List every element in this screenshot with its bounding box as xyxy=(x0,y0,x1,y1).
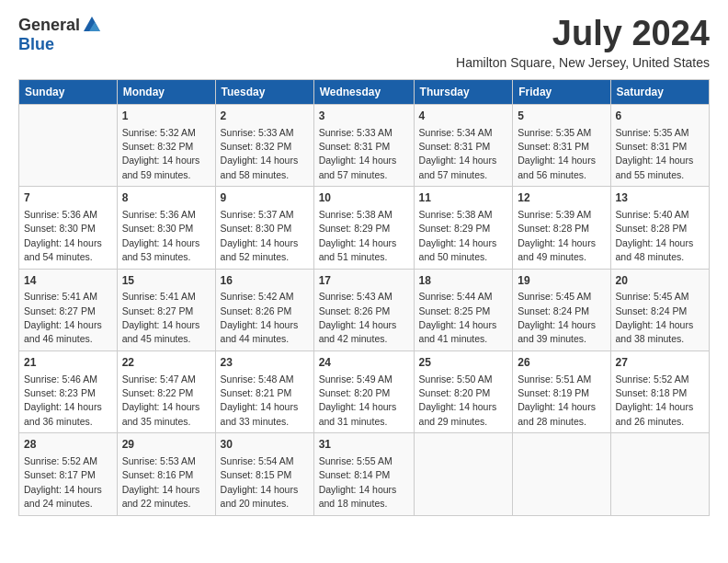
day-number: 27 xyxy=(616,355,704,371)
day-header-saturday: Saturday xyxy=(610,79,709,104)
calendar-cell: 18Sunrise: 5:44 AM Sunset: 8:25 PM Dayli… xyxy=(414,269,513,350)
day-info: Sunrise: 5:35 AM Sunset: 8:31 PM Dayligh… xyxy=(616,127,694,180)
day-info: Sunrise: 5:44 AM Sunset: 8:25 PM Dayligh… xyxy=(419,291,497,344)
calendar-cell: 6Sunrise: 5:35 AM Sunset: 8:31 PM Daylig… xyxy=(610,104,709,186)
calendar-week-row: 14Sunrise: 5:41 AM Sunset: 8:27 PM Dayli… xyxy=(19,269,710,350)
day-info: Sunrise: 5:54 AM Sunset: 8:15 PM Dayligh… xyxy=(221,455,299,509)
day-info: Sunrise: 5:36 AM Sunset: 8:30 PM Dayligh… xyxy=(24,209,102,262)
day-info: Sunrise: 5:46 AM Sunset: 8:23 PM Dayligh… xyxy=(24,373,102,427)
day-number: 28 xyxy=(24,437,112,453)
day-number: 24 xyxy=(319,355,409,371)
day-info: Sunrise: 5:49 AM Sunset: 8:20 PM Dayligh… xyxy=(319,373,397,427)
calendar-cell xyxy=(610,433,709,515)
calendar-cell: 14Sunrise: 5:41 AM Sunset: 8:27 PM Dayli… xyxy=(19,269,118,350)
calendar-cell: 5Sunrise: 5:35 AM Sunset: 8:31 PM Daylig… xyxy=(513,104,610,186)
day-info: Sunrise: 5:40 AM Sunset: 8:28 PM Dayligh… xyxy=(616,209,694,262)
day-header-friday: Friday xyxy=(513,79,610,104)
day-info: Sunrise: 5:55 AM Sunset: 8:14 PM Dayligh… xyxy=(319,455,397,509)
day-info: Sunrise: 5:35 AM Sunset: 8:31 PM Dayligh… xyxy=(518,127,596,180)
day-info: Sunrise: 5:38 AM Sunset: 8:29 PM Dayligh… xyxy=(319,209,397,262)
day-info: Sunrise: 5:47 AM Sunset: 8:22 PM Dayligh… xyxy=(122,373,200,427)
calendar-cell: 22Sunrise: 5:47 AM Sunset: 8:22 PM Dayli… xyxy=(117,350,215,432)
day-info: Sunrise: 5:41 AM Sunset: 8:27 PM Dayligh… xyxy=(24,291,102,344)
calendar-cell xyxy=(414,433,513,515)
day-number: 9 xyxy=(221,190,309,206)
day-header-tuesday: Tuesday xyxy=(215,79,313,104)
day-number: 29 xyxy=(122,437,210,453)
day-info: Sunrise: 5:32 AM Sunset: 8:32 PM Dayligh… xyxy=(122,127,200,180)
calendar-cell: 10Sunrise: 5:38 AM Sunset: 8:29 PM Dayli… xyxy=(313,187,414,269)
logo: General Blue xyxy=(18,15,102,54)
day-info: Sunrise: 5:42 AM Sunset: 8:26 PM Dayligh… xyxy=(221,291,299,344)
logo-icon xyxy=(82,15,102,35)
day-number: 12 xyxy=(518,190,605,206)
day-header-sunday: Sunday xyxy=(19,79,118,104)
day-info: Sunrise: 5:36 AM Sunset: 8:30 PM Dayligh… xyxy=(122,209,200,262)
calendar-cell: 2Sunrise: 5:33 AM Sunset: 8:32 PM Daylig… xyxy=(215,104,313,186)
day-number: 20 xyxy=(616,273,704,289)
calendar-cell: 1Sunrise: 5:32 AM Sunset: 8:32 PM Daylig… xyxy=(117,104,215,186)
calendar-cell: 8Sunrise: 5:36 AM Sunset: 8:30 PM Daylig… xyxy=(117,187,215,269)
calendar-cell: 26Sunrise: 5:51 AM Sunset: 8:19 PM Dayli… xyxy=(513,350,610,432)
day-header-monday: Monday xyxy=(117,79,215,104)
calendar-cell: 28Sunrise: 5:52 AM Sunset: 8:17 PM Dayli… xyxy=(19,433,118,515)
calendar-cell: 24Sunrise: 5:49 AM Sunset: 8:20 PM Dayli… xyxy=(313,350,414,432)
calendar-table: SundayMondayTuesdayWednesdayThursdayFrid… xyxy=(18,79,710,516)
day-info: Sunrise: 5:41 AM Sunset: 8:27 PM Dayligh… xyxy=(122,291,200,344)
day-number: 30 xyxy=(221,437,309,453)
day-info: Sunrise: 5:45 AM Sunset: 8:24 PM Dayligh… xyxy=(616,291,694,344)
day-number: 15 xyxy=(122,273,210,289)
day-number: 31 xyxy=(319,437,409,453)
day-number: 19 xyxy=(518,273,605,289)
calendar-cell: 23Sunrise: 5:48 AM Sunset: 8:21 PM Dayli… xyxy=(215,350,313,432)
calendar-cell: 20Sunrise: 5:45 AM Sunset: 8:24 PM Dayli… xyxy=(610,269,709,350)
day-header-thursday: Thursday xyxy=(414,79,513,104)
calendar-cell: 30Sunrise: 5:54 AM Sunset: 8:15 PM Dayli… xyxy=(215,433,313,515)
calendar-title: July 2024 xyxy=(456,15,710,53)
calendar-cell: 27Sunrise: 5:52 AM Sunset: 8:18 PM Dayli… xyxy=(610,350,709,432)
header: General Blue July 2024 Hamilton Square, … xyxy=(18,15,710,70)
day-info: Sunrise: 5:37 AM Sunset: 8:30 PM Dayligh… xyxy=(221,209,299,262)
title-area: July 2024 Hamilton Square, New Jersey, U… xyxy=(456,15,710,70)
day-number: 16 xyxy=(221,273,309,289)
calendar-cell: 13Sunrise: 5:40 AM Sunset: 8:28 PM Dayli… xyxy=(610,187,709,269)
calendar-cell: 25Sunrise: 5:50 AM Sunset: 8:20 PM Dayli… xyxy=(414,350,513,432)
calendar-header-row: SundayMondayTuesdayWednesdayThursdayFrid… xyxy=(19,79,710,104)
calendar-week-row: 1Sunrise: 5:32 AM Sunset: 8:32 PM Daylig… xyxy=(19,104,710,186)
calendar-cell: 9Sunrise: 5:37 AM Sunset: 8:30 PM Daylig… xyxy=(215,187,313,269)
calendar-cell: 31Sunrise: 5:55 AM Sunset: 8:14 PM Dayli… xyxy=(313,433,414,515)
calendar-subtitle: Hamilton Square, New Jersey, United Stat… xyxy=(456,55,710,70)
day-info: Sunrise: 5:51 AM Sunset: 8:19 PM Dayligh… xyxy=(518,373,596,427)
day-number: 17 xyxy=(319,273,409,289)
calendar-cell: 29Sunrise: 5:53 AM Sunset: 8:16 PM Dayli… xyxy=(117,433,215,515)
day-number: 4 xyxy=(419,109,508,124)
day-number: 25 xyxy=(419,355,508,371)
day-info: Sunrise: 5:48 AM Sunset: 8:21 PM Dayligh… xyxy=(221,373,299,427)
day-number: 13 xyxy=(616,190,704,206)
calendar-week-row: 7Sunrise: 5:36 AM Sunset: 8:30 PM Daylig… xyxy=(19,187,710,269)
logo-blue-text: Blue xyxy=(18,35,54,54)
day-number: 6 xyxy=(616,109,704,124)
day-number: 22 xyxy=(122,355,210,371)
day-info: Sunrise: 5:33 AM Sunset: 8:31 PM Dayligh… xyxy=(319,127,397,180)
day-info: Sunrise: 5:52 AM Sunset: 8:17 PM Dayligh… xyxy=(24,455,102,509)
day-number: 2 xyxy=(221,109,309,124)
day-number: 26 xyxy=(518,355,605,371)
calendar-cell: 19Sunrise: 5:45 AM Sunset: 8:24 PM Dayli… xyxy=(513,269,610,350)
calendar-cell: 3Sunrise: 5:33 AM Sunset: 8:31 PM Daylig… xyxy=(313,104,414,186)
calendar-cell: 21Sunrise: 5:46 AM Sunset: 8:23 PM Dayli… xyxy=(19,350,118,432)
calendar-cell: 11Sunrise: 5:38 AM Sunset: 8:29 PM Dayli… xyxy=(414,187,513,269)
calendar-cell: 15Sunrise: 5:41 AM Sunset: 8:27 PM Dayli… xyxy=(117,269,215,350)
day-number: 3 xyxy=(319,109,409,124)
day-info: Sunrise: 5:53 AM Sunset: 8:16 PM Dayligh… xyxy=(122,455,200,509)
day-info: Sunrise: 5:33 AM Sunset: 8:32 PM Dayligh… xyxy=(221,127,299,180)
logo-general-text: General xyxy=(18,16,80,35)
day-number: 1 xyxy=(122,109,210,124)
day-number: 5 xyxy=(518,109,605,124)
day-info: Sunrise: 5:38 AM Sunset: 8:29 PM Dayligh… xyxy=(419,209,497,262)
day-header-wednesday: Wednesday xyxy=(313,79,414,104)
day-info: Sunrise: 5:52 AM Sunset: 8:18 PM Dayligh… xyxy=(616,373,694,427)
calendar-week-row: 28Sunrise: 5:52 AM Sunset: 8:17 PM Dayli… xyxy=(19,433,710,515)
calendar-cell: 12Sunrise: 5:39 AM Sunset: 8:28 PM Dayli… xyxy=(513,187,610,269)
calendar-cell xyxy=(19,104,118,186)
